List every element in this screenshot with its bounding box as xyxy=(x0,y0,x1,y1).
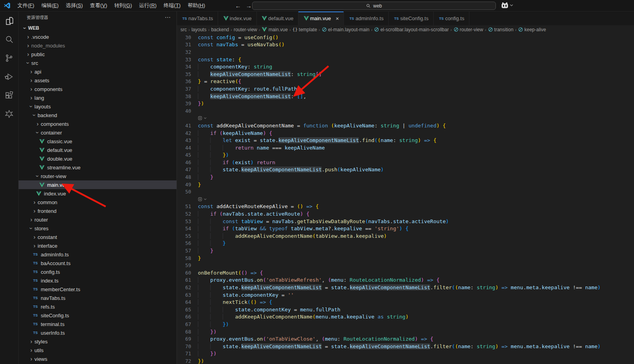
breadcrumb-item-el-main.layout-main[interactable]: el-main.layout-main xyxy=(322,27,370,32)
code-line-44[interactable]: 44 return name === keepAliveName xyxy=(177,144,634,152)
tree-item-index.vue[interactable]: index.vue xyxy=(19,189,177,198)
tree-item-assets[interactable]: ›assets xyxy=(19,76,177,85)
tree-item-baAccount.ts[interactable]: TSbaAccount.ts xyxy=(19,259,177,267)
breadcrumb-item-layouts[interactable]: layouts xyxy=(192,27,207,32)
breadcrumb-item-router-view[interactable]: router-view xyxy=(454,27,483,32)
code-line-38[interactable]: 38 keepAliveComponentNameList: [], xyxy=(177,93,634,100)
tree-item-components[interactable]: ›components xyxy=(19,119,177,128)
tree-item-layouts[interactable]: ›layouts xyxy=(19,102,177,111)
menu-item-h[interactable]: 帮助(H) xyxy=(184,0,209,11)
tree-item-lang[interactable]: ›lang xyxy=(19,93,177,102)
breadcrumb-item-keep-alive[interactable]: keep-alive xyxy=(518,27,546,32)
code-line-46[interactable]: 46 if (exist) return xyxy=(177,159,634,166)
code-line-34[interactable]: 34 componentKey: string xyxy=(177,63,634,70)
code-line-32[interactable]: 32 xyxy=(177,48,634,56)
code-line-68[interactable]: 68 }) xyxy=(177,328,634,336)
tree-item-public[interactable]: ›public xyxy=(19,50,177,59)
tree-item-classic.vue[interactable]: classic.vue xyxy=(19,137,177,146)
tree-item-router-view[interactable]: ›router-view xyxy=(19,172,177,180)
tab-default.vue[interactable]: default.vue xyxy=(257,11,299,25)
code-line-50[interactable]: 50 xyxy=(177,188,634,195)
menu-item-e[interactable]: 编辑(E) xyxy=(38,0,62,11)
tree-item-utils[interactable]: ›utils xyxy=(19,346,177,355)
code-line-54[interactable]: 54 if (tabView && typeof tabView.meta?.k… xyxy=(177,225,634,232)
code-line-42[interactable]: 42 if (keepAliveName) { xyxy=(177,129,634,137)
code-line-62[interactable]: 62 state.keepAliveComponentNameList = st… xyxy=(177,284,634,291)
menu-item-s[interactable]: 选择(S) xyxy=(62,0,86,11)
menu-item-v[interactable]: 查看(V) xyxy=(86,0,110,11)
codelens-row[interactable] xyxy=(177,195,634,203)
tree-item-userInfo.ts[interactable]: TSuserInfo.ts xyxy=(19,328,177,337)
code-line-31[interactable]: 31const navTabs = useNavTabs() xyxy=(177,41,634,49)
menu-item-t[interactable]: 终端(T) xyxy=(160,0,184,11)
code-line-41[interactable]: 41const addKeepAliveComponentName = func… xyxy=(177,122,634,129)
tree-item-main.vue[interactable]: main.vue xyxy=(19,180,177,189)
tree-item-common[interactable]: ›common xyxy=(19,198,177,207)
code-line-57[interactable]: 57 } xyxy=(177,247,634,254)
tree-item-node-modules[interactable]: ›node_modules xyxy=(19,41,177,50)
tree-item-src[interactable]: ›src xyxy=(19,59,177,67)
sidebar-item-search[interactable] xyxy=(0,30,18,49)
code-editor[interactable]: 30const config = useConfig()31const navT… xyxy=(177,34,634,364)
tree-item-backend[interactable]: ›backend xyxy=(19,111,177,119)
breadcrumb-item-src[interactable]: src xyxy=(180,27,187,32)
code-line-58[interactable]: 58} xyxy=(177,254,634,262)
sidebar-item-source-control[interactable] xyxy=(0,49,18,67)
menu-item-g[interactable]: 转到(G) xyxy=(111,0,136,11)
code-line-40[interactable]: 40 xyxy=(177,107,634,115)
tree-item-WEB[interactable]: ›WEB xyxy=(19,24,177,32)
code-line-53[interactable]: 53 const tabView = navTabs.getTabsViewDa… xyxy=(177,218,634,225)
tree-item-double.vue[interactable]: double.vue xyxy=(19,154,177,163)
code-line-67[interactable]: 67 }) xyxy=(177,320,634,328)
breadcrumb-item-router-view[interactable]: router-view xyxy=(233,27,257,32)
tree-item-styles[interactable]: ›styles xyxy=(19,337,177,346)
tab-index.vue[interactable]: index.vue xyxy=(218,11,257,25)
breadcrumb-item-transition[interactable]: transition xyxy=(488,27,514,32)
sidebar-item-custom-extension[interactable] xyxy=(0,104,18,123)
codelens-row[interactable] xyxy=(177,115,634,122)
assistant-menu[interactable] xyxy=(501,2,513,9)
code-line-59[interactable]: 59 xyxy=(177,262,634,269)
code-line-61[interactable]: 61 proxy.eventBus.on('onTabViewRefresh',… xyxy=(177,277,634,284)
tree-item-api[interactable]: ›api xyxy=(19,67,177,76)
tree-item-index.ts[interactable]: TSindex.ts xyxy=(19,276,177,285)
tree-item-constant[interactable]: ›constant xyxy=(19,233,177,241)
sidebar-item-extensions[interactable] xyxy=(0,86,18,104)
breadcrumb-item-main.vue[interactable]: main.vue xyxy=(262,27,288,32)
code-line-51[interactable]: 51const addActiveRouteKeepAlive = () => … xyxy=(177,203,634,210)
tab-close-icon[interactable]: × xyxy=(336,16,339,21)
code-line-37[interactable]: 37 componentKey: route.fullPath, xyxy=(177,85,634,93)
code-line-43[interactable]: 43 let exist = state.keepAliveComponentN… xyxy=(177,136,634,144)
tree-item-components[interactable]: ›components xyxy=(19,85,177,93)
tab-adminInfo.ts[interactable]: TSadminInfo.ts xyxy=(344,11,389,25)
code-line-60[interactable]: 60onBeforeMount(() => { xyxy=(177,269,634,277)
code-line-45[interactable]: 45 }) xyxy=(177,152,634,159)
code-line-70[interactable]: 70 state.keepAliveComponentNameList = st… xyxy=(177,343,634,350)
tab-navTabs.ts[interactable]: TSnavTabs.ts xyxy=(177,11,218,25)
code-line-36[interactable]: 36} = reactive({ xyxy=(177,78,634,85)
breadcrumb-item-template[interactable]: {}template xyxy=(292,27,317,32)
tree-item-memberCenter.ts[interactable]: TSmemberCenter.ts xyxy=(19,285,177,294)
sidebar-item-explorer[interactable] xyxy=(0,11,18,30)
tree-item-frontend[interactable]: ›frontend xyxy=(19,207,177,215)
tree-item-refs.ts[interactable]: TSrefs.ts xyxy=(19,302,177,311)
code-line-66[interactable]: 66 addKeepAliveComponentName(menu.meta.k… xyxy=(177,313,634,321)
tree-item-container[interactable]: ›container xyxy=(19,128,177,137)
code-line-47[interactable]: 47 state.keepAliveComponentNameList.push… xyxy=(177,166,634,174)
breadcrumb-item-el-scrollbar.layout-main-scrollbar[interactable]: el-scrollbar.layout-main-scrollbar xyxy=(374,27,449,32)
nav-back-icon[interactable]: ← xyxy=(235,2,241,9)
code-line-30[interactable]: 30const config = useConfig() xyxy=(177,34,634,41)
code-line-49[interactable]: 49} xyxy=(177,181,634,188)
nav-forward-icon[interactable]: → xyxy=(246,2,252,9)
code-line-65[interactable]: 65 state.componentKey = menu.fullPath xyxy=(177,306,634,313)
code-line-35[interactable]: 35 keepAliveComponentNameList: string[] xyxy=(177,70,634,78)
sidebar-item-run-debug[interactable] xyxy=(0,67,18,86)
menu-item-f[interactable]: 文件(F) xyxy=(14,0,38,11)
tree-item-adminInfo.ts[interactable]: TSadminInfo.ts xyxy=(19,250,177,259)
menu-item-r[interactable]: 运行(R) xyxy=(136,0,160,11)
tree-item-config.ts[interactable]: TSconfig.ts xyxy=(19,267,177,276)
code-line-69[interactable]: 69 proxy.eventBus.on('onTabViewClose', (… xyxy=(177,335,634,343)
tab-config.ts[interactable]: TSconfig.ts xyxy=(434,11,469,25)
code-line-55[interactable]: 55 addKeepAliveComponentName(tabView.met… xyxy=(177,232,634,240)
code-line-64[interactable]: 64 nextTick(() => { xyxy=(177,298,634,306)
